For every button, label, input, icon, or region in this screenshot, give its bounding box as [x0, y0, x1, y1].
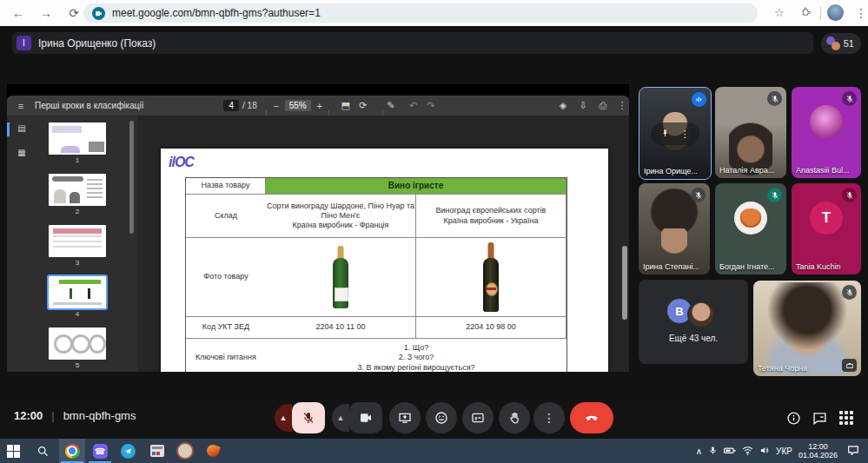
tile-more-icon[interactable]: ⋮ — [680, 129, 690, 140]
presenter-name: Ірина Орищенко (Показ) — [38, 37, 156, 50]
shared-screen: ≡ Перші кроки в класифікації 4 / 18 − 55… — [7, 84, 629, 372]
tray-mic-icon[interactable] — [708, 443, 718, 459]
menu-icon[interactable]: ≡ — [12, 101, 30, 111]
page-thumbnail-selected[interactable] — [49, 276, 106, 308]
extensions-icon[interactable] — [796, 3, 815, 23]
download-icon[interactable]: ⇩ — [574, 100, 592, 111]
reload-icon[interactable]: ⟳ — [64, 3, 83, 23]
zoom-in-button[interactable]: + — [311, 101, 328, 111]
table-cell: 2204 10 11 00 — [266, 317, 416, 339]
meeting-details-icon[interactable] — [783, 407, 804, 428]
thumbnail-preview — [59, 280, 101, 284]
round-app-taskbar-icon[interactable] — [172, 439, 198, 463]
page-thumbnail[interactable] — [49, 225, 106, 257]
camera-switch-icon[interactable] — [842, 359, 857, 372]
present-screen-button[interactable] — [389, 402, 421, 433]
participant-tile-speaking[interactable]: ⋮ Ірина Орище... — [639, 87, 712, 180]
back-icon[interactable]: ← — [9, 3, 28, 23]
sidebar-scrollbar[interactable] — [129, 121, 134, 234]
pdf-viewport: ▤ ▦ 1 2 — [7, 116, 629, 372]
presenter-banner[interactable]: I Ірина Орищенко (Показ) — [12, 32, 813, 54]
address-bar[interactable]: meet.google.com/bmn-qbfh-gms?authuser=1 — [83, 3, 758, 23]
meet-main: I Ірина Орищенко (Показ) 51 ≡ Перші крок… — [0, 26, 868, 439]
mic-options-chevron[interactable]: ▲ — [275, 404, 292, 432]
profile-avatar[interactable] — [827, 4, 844, 21]
search-icon[interactable] — [30, 439, 56, 463]
thumbnail-preview — [70, 192, 80, 203]
self-view-tile[interactable]: Тетяна Чорна — [753, 281, 861, 376]
participant-tile[interactable]: Наталія Авра... — [715, 87, 786, 178]
tray-date: 01.04.2026 — [798, 451, 838, 460]
pin-icon[interactable] — [660, 126, 670, 142]
participant-name: Тетяна Чорна — [758, 364, 807, 373]
meet-control-bar: 12:00 | bmn-qbfh-gms ▲ ▲ ⋮ — [0, 395, 868, 439]
page-thumbnail[interactable] — [49, 122, 106, 155]
chrome-taskbar-icon[interactable] — [59, 439, 85, 463]
more-options-button[interactable]: ⋮ — [533, 402, 565, 433]
participant-tile[interactable]: Ірина Степані... — [639, 183, 710, 274]
chat-icon[interactable] — [809, 407, 830, 428]
camera-options-chevron[interactable]: ▲ — [332, 404, 349, 432]
browser-menu-icon[interactable]: ⋮ — [851, 3, 868, 23]
meeting-code: bmn-qbfh-gms — [63, 409, 136, 422]
clock[interactable]: 12:00 01.04.2026 — [798, 442, 838, 460]
undo-icon[interactable]: ↶ — [405, 100, 422, 111]
thumbnail-label: 1 — [49, 156, 106, 164]
overflow-count-label: Ещё 43 чел. — [639, 334, 748, 343]
thumbnail-preview — [71, 334, 90, 354]
annotate-icon[interactable]: ✎ — [382, 100, 400, 111]
participant-tile[interactable]: Anastasiii Bul... — [792, 87, 861, 178]
language-indicator[interactable]: УКР — [776, 446, 792, 456]
presenter-avatar: I — [17, 36, 31, 50]
hidden-icons-chevron[interactable]: ∧ — [696, 446, 702, 456]
slide-page: ilOC Назва товару Вино ігристе Склад Сор… — [161, 149, 608, 372]
thumbnail-preview — [53, 302, 102, 305]
page-input[interactable]: 4 — [223, 100, 239, 111]
mic-muted-button[interactable] — [292, 402, 325, 433]
flame-app-taskbar-icon[interactable] — [200, 439, 226, 463]
zoom-level[interactable]: 55% — [285, 100, 311, 111]
participant-tile[interactable]: T Tania Kuchin — [792, 183, 861, 274]
participant-tile[interactable]: Богдан Ігнате... — [715, 183, 786, 274]
mic-off-icon — [842, 91, 857, 106]
stamp-icon[interactable]: ◈ — [554, 100, 572, 111]
page-thumbnail[interactable] — [49, 174, 106, 206]
tray-time: 12:00 — [798, 442, 838, 451]
tray-wifi-icon[interactable] — [742, 443, 753, 459]
thumbnail-preview — [54, 334, 73, 354]
participant-count-pill[interactable]: 51 — [821, 33, 861, 54]
pdf-more-icon[interactable]: ⋮ — [613, 100, 631, 111]
pdf-scrollbar[interactable] — [622, 246, 627, 320]
redo-icon[interactable]: ↷ — [422, 100, 440, 111]
tray-volume-icon[interactable] — [759, 443, 770, 459]
overflow-participants-tile[interactable]: B Ещё 43 чел. — [639, 280, 748, 364]
outline-view-icon[interactable]: ▦ — [14, 148, 30, 160]
page-total: / 18 — [242, 101, 257, 110]
thumbnail-preview — [52, 126, 82, 133]
raise-hand-button[interactable] — [499, 402, 530, 433]
telegram-taskbar-icon[interactable] — [115, 439, 141, 463]
captions-button[interactable] — [462, 402, 494, 433]
bookmark-star-icon[interactable]: ☆ — [770, 3, 789, 23]
meeting-separator: | — [51, 409, 54, 422]
fit-page-icon[interactable]: ⬒ — [337, 100, 354, 111]
rotate-icon[interactable]: ⟳ — [354, 100, 372, 111]
zoom-out-button[interactable]: − — [268, 101, 285, 111]
print-icon[interactable]: ⎙ — [594, 100, 612, 111]
tray-battery-icon[interactable] — [724, 443, 736, 459]
page-thumbnail[interactable] — [49, 327, 106, 360]
end-call-button[interactable] — [570, 402, 613, 433]
activities-grid-icon[interactable] — [836, 407, 857, 428]
forward-icon[interactable]: → — [36, 3, 56, 23]
media-player-taskbar-icon[interactable] — [144, 439, 170, 463]
table-row-label: Фото товару — [186, 238, 266, 317]
thumbnail-preview — [53, 235, 102, 251]
start-button[interactable] — [0, 439, 26, 463]
viber-taskbar-icon[interactable]: ☎ — [87, 439, 113, 463]
camera-button[interactable] — [349, 402, 382, 433]
mini-avatar — [832, 42, 840, 50]
action-center-icon[interactable] — [847, 443, 859, 459]
person-silhouette — [661, 228, 687, 263]
reactions-button[interactable] — [426, 402, 457, 433]
thumbnails-view-icon[interactable]: ▤ — [14, 123, 30, 136]
